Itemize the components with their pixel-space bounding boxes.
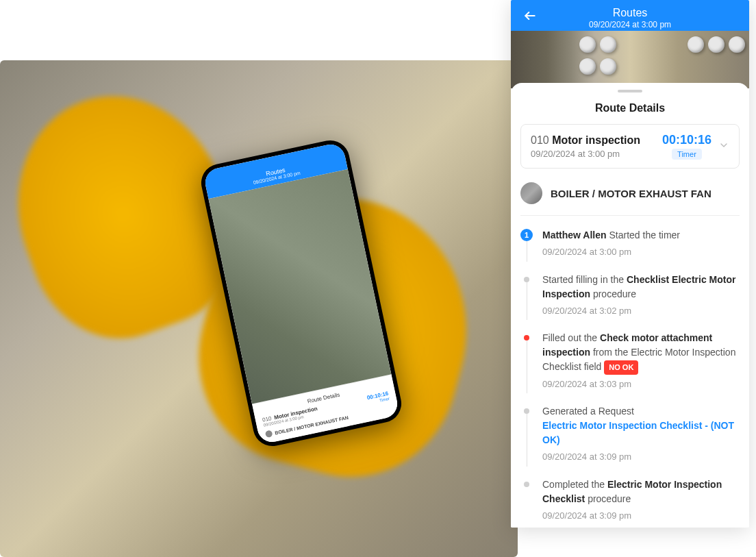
details-panel: Route Details 010 Motor inspection 09/20… xyxy=(511,83,749,528)
timeline-text-plain: Generated a Request xyxy=(542,406,634,417)
timeline-content: Started filling in the Checklist Electri… xyxy=(542,273,740,318)
timeline-text: Started filling in the Checklist Electri… xyxy=(542,273,740,301)
arrow-left-icon xyxy=(523,9,537,23)
timeline-date: 09/20/2024 at 3:09 pm xyxy=(542,450,740,464)
timeline-text: Completed the Electric Motor Inspection … xyxy=(542,478,740,506)
timeline-text-plain: Started the timer xyxy=(609,230,681,240)
asset-avatar xyxy=(520,182,542,204)
back-button[interactable] xyxy=(522,8,538,24)
page-title: Routes xyxy=(511,7,749,19)
task-id: 010 xyxy=(531,134,549,146)
timeline-number-badge: 1 xyxy=(520,229,533,241)
timeline-item: Filled out the Check motor attachment in… xyxy=(520,331,740,404)
map-marker xyxy=(600,58,616,75)
map-marker xyxy=(729,36,745,53)
task-date: 09/20/2024 at 3:00 pm xyxy=(531,149,662,159)
map-marker xyxy=(579,58,596,75)
timeline-date: 09/20/2024 at 3:03 pm xyxy=(542,377,740,391)
timeline-dot-error xyxy=(524,335,529,341)
timeline-item: Generated a RequestElectric Motor Inspec… xyxy=(520,404,740,478)
asset-row[interactable]: BOILER / MOTOR EXHAUST FAN xyxy=(520,178,740,216)
timeline-text: Generated a RequestElectric Motor Inspec… xyxy=(542,404,740,447)
timeline-text: Filled out the Check motor attachment in… xyxy=(542,331,740,375)
timeline-content: Filled out the Check motor attachment in… xyxy=(542,331,740,391)
app-header: Routes 09/20/2024 at 3:00 pm xyxy=(511,0,749,31)
timeline-content: Matthew Allen Started the timer09/20/202… xyxy=(542,228,740,259)
timeline-date: 09/20/2024 at 3:02 pm xyxy=(542,304,740,318)
timeline-marker xyxy=(520,404,533,464)
phone-asset-icon xyxy=(265,430,273,438)
timeline-text-plain: procedure xyxy=(590,288,636,299)
timeline-text-plain: procedure xyxy=(585,493,631,504)
timeline-text: Matthew Allen Started the timer xyxy=(542,228,740,243)
timeline-marker xyxy=(520,273,533,318)
asset-name: BOILER / MOTOR EXHAUST FAN xyxy=(551,188,711,199)
timeline-marker: 1 xyxy=(520,228,533,259)
timeline-content: Completed the Electric Motor Inspection … xyxy=(542,478,740,523)
map-view[interactable] xyxy=(511,31,749,88)
page-subtitle: 09/20/2024 at 3:00 pm xyxy=(511,20,749,29)
timeline-text-plain: Completed the xyxy=(542,479,607,490)
timeline-date: 09/20/2024 at 3:00 pm xyxy=(542,245,740,259)
timeline-marker xyxy=(520,478,533,523)
timeline-item: Completed the Electric Motor Inspection … xyxy=(520,478,740,528)
timeline-content: Generated a RequestElectric Motor Inspec… xyxy=(542,404,740,464)
drag-handle[interactable] xyxy=(618,90,642,92)
timer-value: 00:10:16 xyxy=(662,133,711,147)
details-title: Route Details xyxy=(511,102,749,114)
map-marker xyxy=(579,36,596,53)
status-badge-no-ok: NO OK xyxy=(604,360,638,375)
timeline-dot xyxy=(524,408,529,414)
task-name: Motor inspection xyxy=(552,134,640,146)
app-panel: Routes 09/20/2024 at 3:00 pm Route Detai… xyxy=(511,0,749,528)
timeline-text-strong: Matthew Allen xyxy=(542,230,609,240)
timeline-item: 1Matthew Allen Started the timer09/20/20… xyxy=(520,228,740,273)
map-marker xyxy=(688,36,704,53)
timeline-marker xyxy=(520,331,533,391)
timeline-text-plain: Filled out the xyxy=(542,332,600,343)
timeline-dot xyxy=(524,482,529,487)
timeline-date: 09/20/2024 at 3:09 pm xyxy=(542,509,740,523)
chevron-down-icon xyxy=(718,140,729,153)
map-marker xyxy=(708,36,724,53)
timer-badge: Timer xyxy=(672,149,702,160)
map-marker xyxy=(600,36,616,53)
timeline-link[interactable]: Electric Motor Inspection Checklist - (N… xyxy=(542,420,734,445)
timeline-item: Started filling in the Checklist Electri… xyxy=(520,273,740,332)
timeline-dot xyxy=(524,277,529,282)
timeline-text-plain: Started filling in the xyxy=(542,274,627,285)
timeline: 1Matthew Allen Started the timer09/20/20… xyxy=(511,223,749,528)
task-card[interactable]: 010 Motor inspection 09/20/2024 at 3:00 … xyxy=(520,124,740,169)
background-photo: Routes 09/20/2024 at 3:00 pm Route Detai… xyxy=(0,60,518,557)
